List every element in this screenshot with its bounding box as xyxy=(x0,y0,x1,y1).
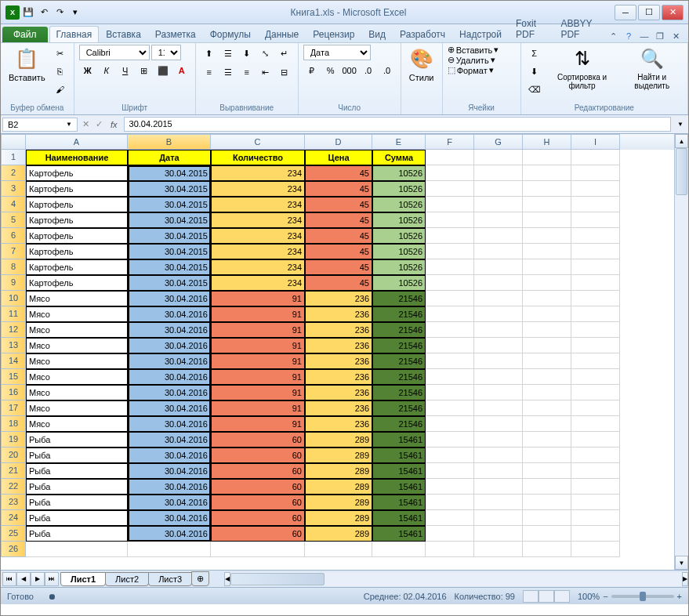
cell[interactable] xyxy=(571,197,620,212)
cell[interactable] xyxy=(474,385,523,400)
delete-cells-button[interactable]: ⊖ Удалить ▾ xyxy=(448,55,495,65)
row-header[interactable]: 7 xyxy=(1,244,26,259)
cell[interactable] xyxy=(474,338,523,353)
insert-cells-button[interactable]: ⊕ Вставить ▾ xyxy=(448,45,499,55)
cell[interactable]: 21546 xyxy=(372,416,426,432)
cell[interactable] xyxy=(523,165,571,181)
fill-color-button[interactable]: ⬛ xyxy=(154,62,172,79)
cell[interactable] xyxy=(571,291,620,306)
cell[interactable]: 60 xyxy=(211,495,305,510)
cell[interactable]: 234 xyxy=(211,275,305,291)
cell[interactable]: 30.04.2016 xyxy=(128,322,211,338)
percent-icon[interactable]: % xyxy=(322,62,339,79)
cell[interactable] xyxy=(474,306,523,322)
cell[interactable] xyxy=(426,244,474,259)
cell[interactable]: Мясо xyxy=(26,385,128,400)
underline-button[interactable]: Ч xyxy=(117,62,134,79)
cell[interactable]: Картофель xyxy=(26,181,128,197)
cell[interactable]: 236 xyxy=(305,385,372,400)
cell[interactable]: 91 xyxy=(211,353,305,369)
cell[interactable]: Дата xyxy=(128,150,211,165)
cell[interactable]: Мясо xyxy=(26,369,128,385)
cell[interactable]: 30.04.2016 xyxy=(128,400,211,416)
row-header[interactable]: 14 xyxy=(1,353,26,369)
cell[interactable]: 30.04.2015 xyxy=(128,197,211,212)
close-button[interactable]: ✕ xyxy=(662,5,684,20)
cell[interactable] xyxy=(571,275,620,291)
normal-view-icon[interactable] xyxy=(523,590,539,603)
font-color-button[interactable]: A xyxy=(173,62,190,79)
cell[interactable]: Сумма xyxy=(372,150,426,165)
row-header[interactable]: 4 xyxy=(1,197,26,212)
cell[interactable]: 30.04.2016 xyxy=(128,369,211,385)
cell[interactable] xyxy=(523,385,571,400)
cell[interactable] xyxy=(571,542,620,557)
cell[interactable] xyxy=(523,510,571,526)
row-header[interactable]: 6 xyxy=(1,228,26,244)
window-restore-icon[interactable]: ❐ xyxy=(654,30,666,42)
fx-icon[interactable]: fx xyxy=(106,120,122,129)
cell[interactable]: 30.04.2016 xyxy=(128,306,211,322)
align-right-icon[interactable]: ≡ xyxy=(238,63,256,81)
cell[interactable] xyxy=(523,228,571,244)
comma-icon[interactable]: 000 xyxy=(341,62,358,79)
row-header[interactable]: 9 xyxy=(1,275,26,291)
cell[interactable] xyxy=(426,432,474,448)
sheet-next-icon[interactable]: ▶ xyxy=(31,572,45,586)
cell[interactable]: 30.04.2015 xyxy=(128,181,211,197)
scroll-up-icon[interactable]: ▲ xyxy=(675,134,688,148)
sheet-last-icon[interactable]: ⏭ xyxy=(45,572,59,586)
page-break-view-icon[interactable] xyxy=(554,590,570,603)
cell[interactable]: 236 xyxy=(305,322,372,338)
cell[interactable]: 234 xyxy=(211,244,305,259)
cell[interactable]: 15461 xyxy=(372,479,426,495)
expand-formula-icon[interactable]: ▼ xyxy=(673,121,688,128)
cell[interactable]: 236 xyxy=(305,369,372,385)
cell[interactable]: 236 xyxy=(305,306,372,322)
column-header[interactable]: I xyxy=(571,134,620,150)
cell[interactable] xyxy=(571,165,620,181)
cell[interactable] xyxy=(571,306,620,322)
cell[interactable]: 30.04.2016 xyxy=(128,526,211,542)
align-center-icon[interactable]: ☰ xyxy=(219,63,237,81)
italic-button[interactable]: К xyxy=(98,62,115,79)
row-header[interactable]: 22 xyxy=(1,479,26,495)
cell[interactable] xyxy=(474,526,523,542)
cell[interactable] xyxy=(523,526,571,542)
cell[interactable]: 236 xyxy=(305,291,372,306)
cell[interactable] xyxy=(426,259,474,275)
cell[interactable] xyxy=(571,228,620,244)
cell[interactable] xyxy=(571,181,620,197)
cell[interactable] xyxy=(426,353,474,369)
cell[interactable] xyxy=(474,197,523,212)
cell[interactable] xyxy=(474,259,523,275)
row-header[interactable]: 19 xyxy=(1,432,26,448)
cell[interactable] xyxy=(305,542,372,557)
macro-record-icon[interactable]: ⏺ xyxy=(48,592,56,601)
cell[interactable]: 60 xyxy=(211,510,305,526)
row-header[interactable]: 26 xyxy=(1,542,26,557)
cell[interactable]: 30.04.2016 xyxy=(128,432,211,448)
cell[interactable]: 30.04.2016 xyxy=(128,291,211,306)
cell[interactable]: 30.04.2016 xyxy=(128,385,211,400)
cell[interactable]: 10526 xyxy=(372,228,426,244)
align-left-icon[interactable]: ≡ xyxy=(201,63,218,81)
cell[interactable] xyxy=(571,338,620,353)
cell[interactable]: 10526 xyxy=(372,212,426,228)
cell[interactable] xyxy=(426,542,474,557)
cell[interactable] xyxy=(474,369,523,385)
cell[interactable] xyxy=(474,432,523,448)
sheet-tab[interactable]: Лист2 xyxy=(105,572,149,586)
cell[interactable]: Мясо xyxy=(26,416,128,432)
cell[interactable] xyxy=(426,385,474,400)
cell[interactable]: 91 xyxy=(211,306,305,322)
cancel-icon[interactable]: ✕ xyxy=(79,119,92,129)
cell[interactable] xyxy=(571,526,620,542)
cell[interactable] xyxy=(474,353,523,369)
cell[interactable]: Количество xyxy=(211,150,305,165)
sheet-prev-icon[interactable]: ◀ xyxy=(16,572,31,586)
format-cells-button[interactable]: ⬚ Формат ▾ xyxy=(448,65,494,75)
cell[interactable]: 45 xyxy=(305,228,372,244)
cell[interactable]: 30.04.2016 xyxy=(128,463,211,479)
cell[interactable] xyxy=(474,448,523,463)
